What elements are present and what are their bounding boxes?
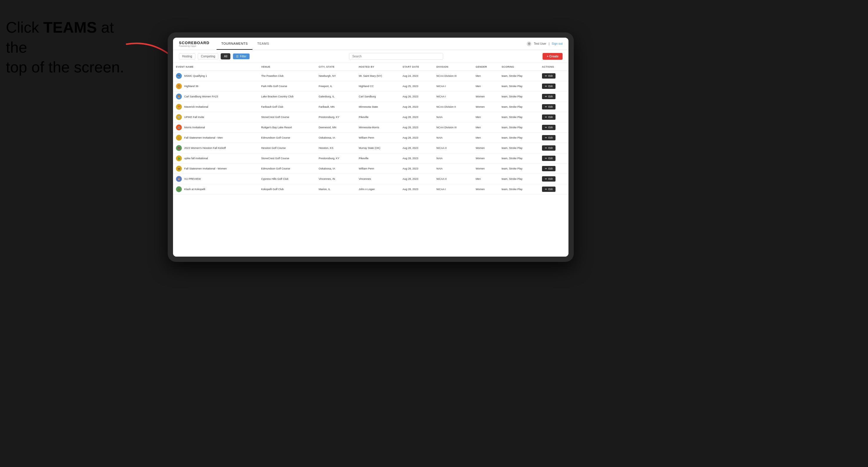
edit-icon: ✏	[545, 105, 547, 108]
actions-cell: ✏ Edit	[539, 133, 568, 143]
scoring-cell: team, Stroke Play	[499, 122, 539, 133]
tablet-frame: SCOREBOARD Powered by Clippit TOURNAMENT…	[168, 32, 574, 262]
edit-label: Edit	[549, 95, 553, 98]
city-cell: Prestonsburg, KY	[316, 153, 356, 164]
search-box	[252, 53, 540, 60]
hosting-filter-btn[interactable]: Hosting	[179, 53, 195, 59]
filter-bar: Hosting Competing All ☰ Filter + Create	[173, 50, 568, 63]
edit-button[interactable]: ✏ Edit	[542, 166, 556, 171]
col-division: DIVISION	[433, 63, 472, 71]
table-row: 🦅 MSMC Qualifying 1 The Powelton Club Ne…	[173, 71, 568, 81]
logo-area: SCOREBOARD Powered by Clippit	[179, 41, 210, 47]
edit-icon: ✏	[545, 74, 547, 77]
event-name: Fall Statesmen Invitational - Men	[184, 136, 223, 139]
table-row: 🦉 VU PREVIEW Cypress Hills Golf Club Vin…	[173, 174, 568, 184]
event-name: 2023 Women's Hesston Fall Kickoff	[184, 147, 226, 150]
scoring-cell: team, Stroke Play	[499, 81, 539, 92]
division-cell: NAIA	[433, 153, 472, 164]
tab-tournaments[interactable]: TOURNAMENTS	[217, 38, 252, 50]
col-scoring: SCORING	[499, 63, 539, 71]
gender-cell: Men	[472, 174, 498, 184]
gender-cell: Men	[472, 81, 498, 92]
edit-button[interactable]: ✏ Edit	[542, 104, 556, 110]
logo-text: SCOREBOARD	[179, 41, 210, 45]
gender-cell: Women	[472, 164, 498, 174]
tournaments-table: EVENT NAME VENUE CITY, STATE HOSTED BY S…	[173, 63, 568, 194]
scoring-cell: team, Stroke Play	[499, 174, 539, 184]
table-row: 🦝 Morris Invitational Ruttger's Bay Lake…	[173, 122, 568, 133]
actions-cell: ✏ Edit	[539, 81, 568, 92]
event-name: Morris Invitational	[184, 126, 205, 129]
edit-button[interactable]: ✏ Edit	[542, 176, 556, 182]
nav-right: ⚙ Test User | Sign out	[527, 41, 563, 46]
edit-icon: ✏	[545, 178, 547, 180]
date-cell: Aug 28, 2023	[400, 174, 433, 184]
edit-button[interactable]: ✏ Edit	[542, 115, 556, 120]
division-cell: NICAA II	[433, 143, 472, 153]
edit-label: Edit	[549, 116, 553, 119]
venue-cell: StoneCrest Golf Course	[258, 112, 316, 122]
team-icon: 🦉	[176, 176, 182, 182]
edit-button[interactable]: ✏ Edit	[542, 73, 556, 79]
event-name: Fall Statesmen Invitational - Women	[184, 167, 226, 170]
edit-label: Edit	[549, 188, 553, 191]
date-cell: Aug 24, 2023	[400, 71, 433, 81]
edit-icon: ✏	[545, 188, 547, 191]
date-cell: Aug 28, 2023	[400, 122, 433, 133]
actions-cell: ✏ Edit	[539, 112, 568, 122]
team-icon: 🐺	[176, 114, 182, 120]
edit-button[interactable]: ✏ Edit	[542, 145, 556, 151]
tab-teams[interactable]: TEAMS	[252, 38, 274, 50]
hosted-cell: Minnesota-Morris	[356, 122, 400, 133]
venue-cell: The Powelton Club	[258, 71, 316, 81]
edit-label: Edit	[549, 85, 553, 88]
division-cell: NICAA I	[433, 81, 472, 92]
edit-button[interactable]: ✏ Edit	[542, 135, 556, 141]
event-name: upike fall invitational	[184, 157, 208, 160]
competing-filter-btn[interactable]: Competing	[198, 53, 218, 59]
table-container: EVENT NAME VENUE CITY, STATE HOSTED BY S…	[173, 63, 568, 257]
edit-icon: ✏	[545, 85, 547, 88]
all-filter-btn[interactable]: All	[221, 53, 230, 59]
edit-icon: ✏	[545, 95, 547, 98]
hosted-cell: Pikeville	[356, 112, 400, 122]
edit-label: Edit	[549, 74, 553, 77]
event-name: MSMC Qualifying 1	[184, 74, 207, 77]
actions-cell: ✏ Edit	[539, 153, 568, 164]
scoring-cell: team, Stroke Play	[499, 133, 539, 143]
edit-button[interactable]: ✏ Edit	[542, 94, 556, 99]
city-cell: Vincennes, IN	[316, 174, 356, 184]
city-cell: Newburgh, NY	[316, 71, 356, 81]
filter-icon-btn[interactable]: ☰ Filter	[233, 53, 249, 59]
create-button[interactable]: + Create	[542, 53, 563, 60]
edit-button[interactable]: ✏ Edit	[542, 84, 556, 89]
city-cell: Galesburg, IL	[316, 92, 356, 102]
col-hosted-by: HOSTED BY	[356, 63, 400, 71]
filter-icon: ☰	[236, 55, 239, 58]
edit-button[interactable]: ✏ Edit	[542, 156, 556, 161]
venue-cell: Park Hills Golf Course	[258, 81, 316, 92]
gender-cell: Women	[472, 143, 498, 153]
sign-out-link[interactable]: Sign out	[552, 42, 563, 45]
table-row: 🦁 Highland 36 Park Hills Golf Course Fre…	[173, 81, 568, 92]
edit-label: Edit	[549, 178, 553, 180]
gender-cell: Women	[472, 92, 498, 102]
actions-cell: ✏ Edit	[539, 184, 568, 194]
edit-button[interactable]: ✏ Edit	[542, 125, 556, 130]
table-row: 🦊 Maverick Invitational Faribault Golf C…	[173, 102, 568, 112]
tablet-screen: SCOREBOARD Powered by Clippit TOURNAMENT…	[173, 38, 568, 257]
hosted-cell: Highland CC	[356, 81, 400, 92]
settings-icon[interactable]: ⚙	[527, 41, 531, 46]
table-row: 🦋 Fall Statesmen Invitational - Women Ed…	[173, 164, 568, 174]
gender-cell: Men	[472, 133, 498, 143]
actions-cell: ✏ Edit	[539, 92, 568, 102]
actions-cell: ✏ Edit	[539, 143, 568, 153]
venue-cell: Edmundson Golf Course	[258, 164, 316, 174]
gender-cell: Men	[472, 112, 498, 122]
city-cell: Oskaloosa, IA	[316, 133, 356, 143]
team-icon: 🦌	[176, 135, 182, 141]
event-name: Highland 36	[184, 85, 198, 88]
search-input[interactable]	[349, 53, 443, 60]
venue-cell: Faribault Golf Club	[258, 102, 316, 112]
edit-button[interactable]: ✏ Edit	[542, 187, 556, 192]
